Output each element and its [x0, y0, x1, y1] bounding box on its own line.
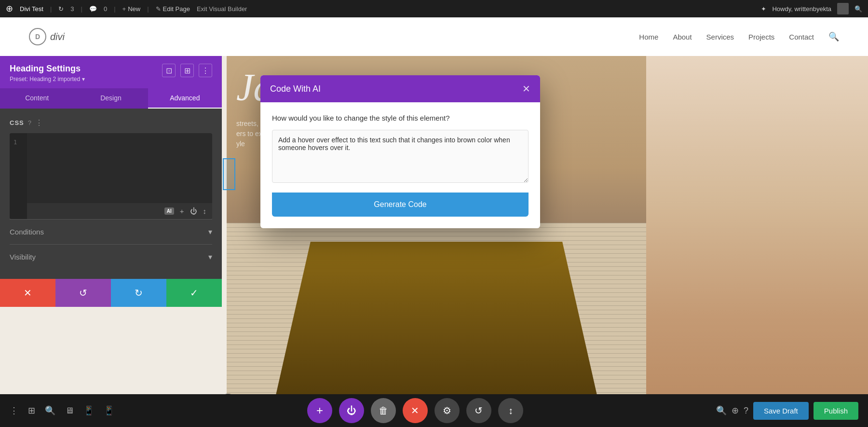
- wordpress-logo-icon[interactable]: ⊕: [6, 3, 13, 14]
- divi-logo: D divi: [29, 28, 65, 45]
- cancel-button[interactable]: ✕: [0, 279, 55, 307]
- panel-title: Heading Settings: [10, 64, 162, 74]
- css-editor: 1 AI + ⏻ ↕: [10, 133, 212, 219]
- exit-builder-link[interactable]: Exit Visual Builder: [197, 5, 247, 13]
- delete-button[interactable]: 🗑: [371, 398, 396, 423]
- modal-body: How would you like to change the style o…: [260, 102, 540, 228]
- modal-close-button[interactable]: ✕: [522, 83, 530, 95]
- visibility-accordion-header[interactable]: Visibility ▾: [10, 252, 212, 262]
- css-menu-icon[interactable]: ⋮: [35, 118, 43, 127]
- panel-menu-icon[interactable]: ⋮: [199, 64, 212, 77]
- code-with-ai-modal: Code With AI ✕ How would you like to cha…: [260, 75, 540, 228]
- nav-projects[interactable]: Projects: [748, 33, 774, 41]
- redo-button[interactable]: ↻: [111, 279, 166, 307]
- panel-header: Heading Settings Preset: Heading 2 impor…: [0, 56, 222, 88]
- new-link[interactable]: + New: [122, 5, 141, 13]
- confirm-button[interactable]: ✓: [166, 279, 222, 307]
- conditions-arrow-icon: ▾: [208, 227, 212, 236]
- element-highlight-box: [223, 158, 235, 190]
- site-header: D divi Home About Services Projects Cont…: [0, 17, 868, 56]
- separator3: |: [114, 5, 115, 13]
- add-element-button[interactable]: +: [307, 398, 332, 423]
- css-reset-icon[interactable]: ⏻: [190, 207, 197, 215]
- ai-icon[interactable]: ✦: [761, 5, 766, 13]
- save-draft-button[interactable]: Save Draft: [753, 402, 809, 420]
- generate-code-button[interactable]: Generate Code: [272, 193, 529, 217]
- css-help-icon[interactable]: ?: [28, 119, 31, 126]
- layout-icon[interactable]: ⊞: [28, 405, 35, 416]
- admin-bar: ⊕ Divi Test | ↻ 3 | 💬 0 | + New | ✎ Edit…: [0, 0, 868, 17]
- css-toolbar: AI + ⏻ ↕: [10, 203, 212, 219]
- comments-count[interactable]: 0: [104, 5, 107, 13]
- css-label: CSS: [10, 119, 24, 126]
- modal-title: Code With AI: [270, 84, 321, 94]
- publish-button[interactable]: Publish: [814, 402, 858, 420]
- revisions-count[interactable]: 3: [70, 5, 74, 13]
- more-options-button[interactable]: ↕: [498, 398, 523, 423]
- close-button[interactable]: ✕: [403, 398, 428, 423]
- bottom-toolbar: ⋮ ⊞ 🔍 🖥 📱 📱 + ⏻ 🗑 ✕ ⚙ ↺ ↕ 🔍 ⊕ ? Save Dra…: [0, 394, 868, 427]
- panel-body: CSS ? ⋮ 1 AI + ⏻ ↕ Conditions ▾: [0, 109, 222, 279]
- separator4: |: [147, 5, 149, 13]
- tab-advanced[interactable]: Advanced: [148, 88, 222, 109]
- settings-menu-icon[interactable]: ⋮: [10, 405, 18, 416]
- search-bottom-icon[interactable]: 🔍: [716, 405, 727, 416]
- bottom-center-actions: + ⏻ 🗑 ✕ ⚙ ↺ ↕: [114, 398, 716, 423]
- desktop-icon[interactable]: 🖥: [65, 406, 74, 416]
- modal-question: How would you like to change the style o…: [272, 114, 529, 122]
- nav-home[interactable]: Home: [639, 33, 658, 41]
- user-avatar: [837, 3, 849, 14]
- css-add-icon[interactable]: +: [180, 207, 184, 215]
- settings-button[interactable]: ⚙: [434, 398, 460, 423]
- panel-tabs: Content Design Advanced: [0, 88, 222, 109]
- nav-contact[interactable]: Contact: [789, 33, 814, 41]
- panel-footer: ✕ ↺ ↻ ✓: [0, 279, 222, 307]
- nav-about[interactable]: About: [673, 33, 692, 41]
- css-section-header: CSS ? ⋮: [10, 118, 212, 127]
- css-line-numbers: 1: [10, 133, 27, 219]
- logo-circle-icon: D: [29, 28, 46, 45]
- mobile-icon[interactable]: 📱: [104, 405, 114, 416]
- hero-image-right: [646, 56, 868, 427]
- tab-content[interactable]: Content: [0, 88, 74, 109]
- modal-header: Code With AI ✕: [260, 75, 540, 102]
- visibility-label: Visibility: [10, 253, 36, 261]
- tab-design[interactable]: Design: [74, 88, 148, 109]
- ai-badge-icon[interactable]: AI: [164, 207, 174, 215]
- panel-expand-icon[interactable]: ⊞: [180, 64, 194, 77]
- revisions-icon[interactable]: ↻: [58, 5, 64, 13]
- separator: |: [50, 5, 52, 13]
- howdy-text: Howdy, writtenbyekta: [772, 5, 831, 13]
- css-content-area[interactable]: [10, 133, 212, 203]
- ai-prompt-textarea[interactable]: Add a hover over effect to this text suc…: [272, 130, 529, 183]
- search-icon[interactable]: 🔍: [854, 5, 862, 13]
- edit-page-link[interactable]: ✎ Edit Page: [156, 5, 190, 13]
- site-navigation: Home About Services Projects Contact 🔍: [639, 31, 839, 42]
- logo-text: divi: [50, 31, 65, 42]
- conditions-accordion-header[interactable]: Conditions ▾: [10, 227, 212, 236]
- conditions-accordion: Conditions ▾: [10, 219, 212, 244]
- panel-preset: Preset: Heading 2 imported ▾: [10, 76, 162, 83]
- layers-icon[interactable]: ⊕: [732, 405, 739, 416]
- bottom-left-tools: ⋮ ⊞ 🔍 🖥 📱 📱: [10, 405, 114, 416]
- visibility-accordion: Visibility ▾: [10, 244, 212, 269]
- panel-minimize-icon[interactable]: ⊡: [162, 64, 176, 77]
- power-button[interactable]: ⏻: [339, 398, 364, 423]
- separator2: |: [81, 5, 82, 13]
- css-sort-icon[interactable]: ↕: [203, 207, 207, 215]
- search-tool-icon[interactable]: 🔍: [45, 405, 55, 416]
- bottom-right-actions: 🔍 ⊕ ? Save Draft Publish: [716, 402, 858, 420]
- help-icon[interactable]: ?: [744, 406, 748, 416]
- comments-icon[interactable]: 💬: [89, 5, 97, 13]
- undo-button[interactable]: ↺: [55, 279, 111, 307]
- visibility-arrow-icon: ▾: [208, 252, 212, 262]
- conditions-label: Conditions: [10, 228, 44, 236]
- heading-settings-panel: Heading Settings Preset: Heading 2 impor…: [0, 56, 222, 307]
- nav-search-icon[interactable]: 🔍: [828, 31, 839, 42]
- nav-services[interactable]: Services: [706, 33, 734, 41]
- site-name[interactable]: Divi Test: [20, 5, 43, 13]
- history-button[interactable]: ↺: [466, 398, 491, 423]
- tablet-icon[interactable]: 📱: [83, 405, 94, 416]
- page-content-area: Ja streets, mers to expyle Heading Setti…: [0, 56, 868, 427]
